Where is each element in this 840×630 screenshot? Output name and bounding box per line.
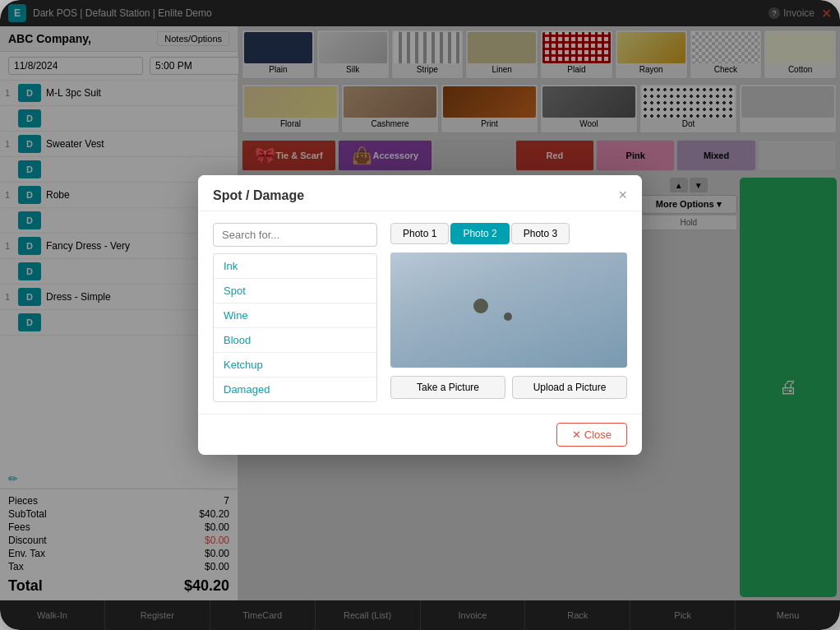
damage-item-blood[interactable]: Blood (214, 328, 376, 353)
damage-item-ink[interactable]: Ink (214, 254, 376, 279)
photo-tabs: Photo 1 Photo 2 Photo 3 (390, 223, 627, 244)
damage-item-wine[interactable]: Wine (214, 303, 376, 328)
modal-close-x-button[interactable]: × (618, 187, 627, 204)
damage-search-input[interactable] (213, 223, 377, 247)
damage-item-ketchup[interactable]: Ketchup (214, 353, 376, 378)
photo-tab-1[interactable]: Photo 1 (390, 223, 449, 244)
modal-left: InkSpotWineBloodKetchupDamaged (213, 223, 377, 402)
upload-picture-button[interactable]: Upload a Picture (512, 376, 627, 399)
damage-list: InkSpotWineBloodKetchupDamaged (213, 253, 377, 402)
photo-tab-2[interactable]: Photo 2 (450, 223, 509, 244)
modal-header: Spot / Damage × (198, 175, 642, 211)
photo-tab-3[interactable]: Photo 3 (511, 223, 570, 244)
spot-damage-modal: Spot / Damage × InkSpotWineBloodKetchupD… (198, 175, 642, 455)
modal-title: Spot / Damage (213, 188, 304, 203)
device-frame: E Dark POS | Default Station | Enlite De… (0, 0, 840, 630)
modal-right: Photo 1 Photo 2 Photo 3 Take a Picture U… (390, 223, 627, 402)
take-picture-button[interactable]: Take a Picture (390, 376, 505, 399)
modal-overlay: Spot / Damage × InkSpotWineBloodKetchupD… (0, 0, 840, 630)
damage-item-damaged[interactable]: Damaged (214, 378, 376, 401)
damage-item-spot[interactable]: Spot (214, 279, 376, 303)
photo-actions: Take a Picture Upload a Picture (390, 376, 627, 399)
modal-footer: ✕ Close (198, 414, 642, 455)
modal-close-button[interactable]: ✕ Close (556, 423, 627, 447)
photo-preview (390, 252, 627, 368)
modal-body: InkSpotWineBloodKetchupDamaged Photo 1 P… (198, 211, 642, 414)
spot-image (390, 252, 627, 368)
app-container: E Dark POS | Default Station | Enlite De… (0, 0, 840, 630)
